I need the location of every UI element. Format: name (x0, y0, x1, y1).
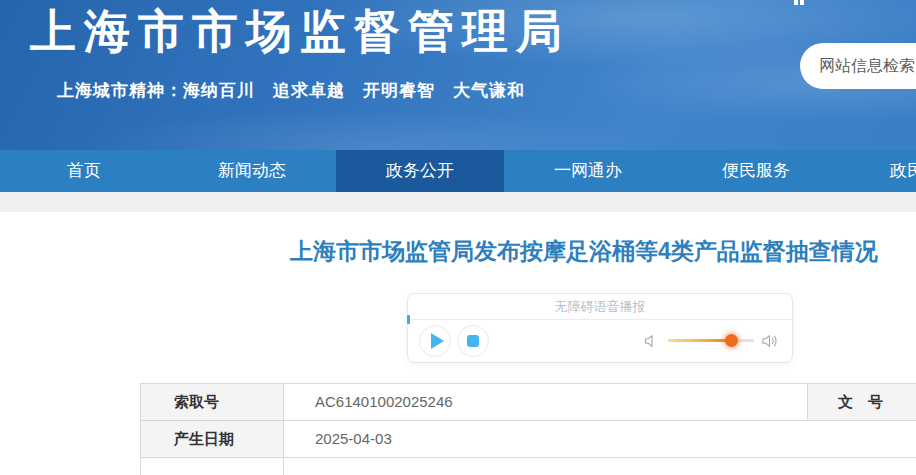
table-cell-clipped (283, 457, 916, 475)
volume-slider-thumb[interactable] (725, 334, 738, 347)
article-title: 上海市市场监管局发布按摩足浴桶等4类产品监督抽查情况 (290, 236, 878, 267)
document-number-label: 文 号 (807, 383, 916, 421)
document-info-table: 索取号 AC61401002025246 文 号 产生日期 2025-04-03 (140, 383, 916, 475)
table-cell-clipped (140, 457, 284, 475)
index-number-value: AC61401002025246 (283, 383, 808, 421)
audio-player-header: 无障碍语音播报 (408, 294, 792, 320)
play-icon (431, 333, 444, 349)
page: 上海市市场监督管理局 上海城市精神：海纳百川 追求卓越 开明睿智 大气谦和 首页… (0, 0, 916, 475)
volume-slider-track[interactable] (668, 339, 754, 342)
nav-item-home[interactable]: 首页 (0, 150, 168, 192)
search-input[interactable] (800, 43, 916, 89)
nav-item-gov-affairs[interactable]: 政务公开 (336, 150, 504, 192)
table-row: 索取号 AC61401002025246 文 号 (140, 383, 916, 421)
audio-player-controls (408, 320, 792, 362)
site-header: 上海市市场监督管理局 上海城市精神：海纳百川 追求卓越 开明睿智 大气谦和 (0, 0, 916, 150)
volume-low-icon (643, 333, 659, 353)
site-title: 上海市市场监督管理局 (30, 1, 570, 63)
stop-icon (467, 335, 479, 347)
nav-item-public-service[interactable]: 便民服务 (672, 150, 840, 192)
nav-item-one-stop[interactable]: 一网通办 (504, 150, 672, 192)
clipped-topbar-fragment (800, 0, 804, 5)
main-nav: 首页 新闻动态 政务公开 一网通办 便民服务 政民互动 (0, 150, 916, 192)
issue-date-label: 产生日期 (140, 420, 284, 458)
city-spirit-slogan: 上海城市精神：海纳百川 追求卓越 开明睿智 大气谦和 (57, 79, 525, 102)
audio-player: 无障碍语音播报 (407, 293, 793, 363)
table-row: 产生日期 2025-04-03 (140, 420, 916, 458)
table-row (140, 457, 916, 475)
nav-sub-strip (0, 192, 916, 212)
volume-high-icon (761, 333, 780, 353)
audio-player-title: 无障碍语音播报 (555, 299, 646, 314)
site-search-box[interactable] (800, 43, 916, 89)
play-button[interactable] (419, 325, 451, 357)
nav-item-news[interactable]: 新闻动态 (168, 150, 336, 192)
stop-button[interactable] (457, 325, 489, 357)
clipped-topbar-fragment (794, 0, 798, 5)
nav-item-interaction[interactable]: 政民互动 (840, 150, 916, 192)
issue-date-value: 2025-04-03 (283, 420, 916, 458)
index-number-label: 索取号 (140, 383, 284, 421)
